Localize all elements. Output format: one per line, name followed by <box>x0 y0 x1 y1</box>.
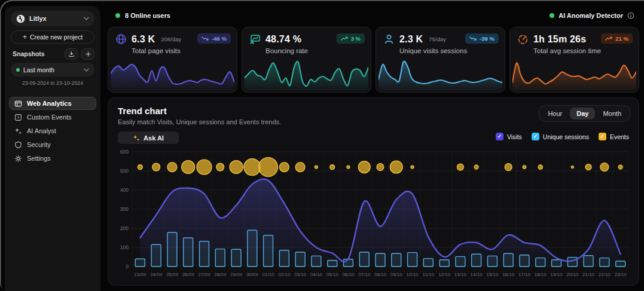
card-rate: 208/day <box>161 36 181 42</box>
trend-chart-subtitle: Easily match Visits, Unique sessions and… <box>118 118 281 125</box>
svg-text:30/09: 30/09 <box>246 272 259 277</box>
event-bubble <box>230 161 243 174</box>
svg-text:400: 400 <box>120 187 129 193</box>
gear-icon <box>14 155 22 163</box>
svg-text:11/10: 11/10 <box>423 272 435 277</box>
snapshot-status-dot <box>16 68 20 72</box>
sidebar-item-security[interactable]: Security <box>9 138 96 151</box>
svg-text:23/10: 23/10 <box>615 272 627 277</box>
sidebar-item-custom-events[interactable]: Custom Events <box>9 111 96 124</box>
card-label: Total page visits <box>132 47 181 54</box>
sidebar-item-label: Security <box>27 141 51 148</box>
event-bubble <box>167 163 177 172</box>
create-new-project-button[interactable]: + Create new project <box>11 30 94 44</box>
event-bubble <box>474 165 478 169</box>
download-snapshot-button[interactable] <box>65 48 78 60</box>
svg-text:07/10: 07/10 <box>358 272 371 277</box>
trend-badge: 3 % <box>337 33 365 44</box>
card-sparkline <box>111 59 234 90</box>
online-status-dot <box>115 13 120 18</box>
ask-ai-button[interactable]: Ask AI <box>118 131 179 144</box>
svg-text:300: 300 <box>120 206 129 212</box>
sidebar-nav: Web AnalyticsCustom EventsAI AnalystSecu… <box>9 97 96 165</box>
legend-item-visits[interactable]: ✓Visits <box>496 133 522 140</box>
sidebar-item-ai-analyst[interactable]: AI Analyst <box>9 124 96 137</box>
card-label: Unique visits sessions <box>399 47 467 54</box>
snapshot-date-range: 23-09-2024 to 23-10-2024 <box>5 80 100 86</box>
svg-text:26/09: 26/09 <box>182 272 195 277</box>
badge-value: 21 % <box>615 35 628 42</box>
svg-text:20/10: 20/10 <box>566 272 579 277</box>
card-sparkline <box>245 59 368 90</box>
tab-month[interactable]: Month <box>596 108 628 120</box>
svg-text:27/09: 27/09 <box>198 272 210 277</box>
chart-legend: ✓Visits✓Unique sessions✓Events <box>496 133 629 140</box>
legend-item-unique-sessions[interactable]: ✓Unique sessions <box>532 133 589 140</box>
bounce-icon <box>249 33 261 45</box>
project-name: Litlyx <box>29 15 47 22</box>
globe-icon <box>115 33 127 45</box>
svg-text:04/10: 04/10 <box>310 272 323 277</box>
plus-icon <box>85 51 91 57</box>
trend-badge: 21 % <box>601 33 633 44</box>
stat-card-total-page-visits: 6.3 K 208/day -46 % Total page visits <box>108 27 237 93</box>
sidebar-item-web-analytics[interactable]: Web Analytics <box>9 97 96 110</box>
event-bubble <box>182 161 195 174</box>
event-bubble <box>358 161 370 173</box>
event-bubble <box>411 166 414 169</box>
checkbox-checked-icon[interactable]: ✓ <box>496 133 503 140</box>
svg-text:16/10: 16/10 <box>502 272 515 277</box>
ai-sparkles-icon <box>14 127 22 135</box>
legend-item-events[interactable]: ✓Events <box>599 133 629 140</box>
add-snapshot-button[interactable] <box>81 48 94 60</box>
event-bubble <box>152 163 160 171</box>
svg-text:10/10: 10/10 <box>407 272 419 277</box>
svg-text:200: 200 <box>120 225 129 231</box>
trend-chart[interactable]: 0100200300400500600 23/0924/0925/0926/09… <box>117 149 630 282</box>
event-bubble <box>618 165 622 169</box>
svg-text:19/10: 19/10 <box>551 272 563 277</box>
event-bubble <box>216 163 224 171</box>
checkbox-checked-icon[interactable]: ✓ <box>532 133 539 140</box>
info-icon[interactable] <box>627 12 634 19</box>
sidebar-item-settings[interactable]: Settings <box>9 152 96 165</box>
svg-text:14/10: 14/10 <box>471 272 483 277</box>
svg-text:25/09: 25/09 <box>166 272 179 277</box>
anomaly-status-dot <box>550 13 554 18</box>
ask-ai-label: Ask AI <box>144 134 164 142</box>
legend-label: Unique sessions <box>543 133 589 140</box>
svg-text:01/10: 01/10 <box>263 272 275 277</box>
checkbox-checked-icon[interactable]: ✓ <box>599 133 606 140</box>
online-users-indicator: 8 Online users <box>115 12 170 19</box>
event-bubble <box>505 164 512 171</box>
litlyx-logo-icon <box>16 14 25 23</box>
snapshot-select[interactable]: Last month <box>11 63 94 76</box>
chevron-down-icon <box>84 68 89 72</box>
tab-day[interactable]: Day <box>570 108 595 120</box>
svg-text:500: 500 <box>120 168 129 174</box>
svg-text:08/10: 08/10 <box>374 272 387 277</box>
badge-value: 3 % <box>351 35 361 42</box>
event-bubble <box>457 164 463 170</box>
snapshots-label: Snapshots <box>13 50 45 57</box>
app-window: Litlyx + Create new project Snapshots <box>0 0 644 291</box>
event-bubble <box>244 159 261 176</box>
stat-card-bouncing-rate: 48.74 % 3 % Bouncing rate <box>242 27 371 93</box>
card-sparkline <box>379 59 502 90</box>
card-head: 6.3 K 208/day <box>115 33 193 45</box>
trend-down-icon <box>469 36 477 41</box>
card-head: 2.3 K 75/day <box>383 33 460 45</box>
card-head: 1h 15m 26s <box>517 33 594 45</box>
tab-hour[interactable]: Hour <box>541 108 569 120</box>
svg-text:12/10: 12/10 <box>438 272 451 277</box>
range-tabs: HourDayMonth <box>539 105 630 122</box>
trend-chart-title: Trend chart <box>118 106 167 116</box>
svg-text:24/09: 24/09 <box>150 272 163 277</box>
ai-anomaly-detector: AI Anomaly Detector <box>550 12 634 19</box>
event-bubble <box>523 166 526 169</box>
trend-chart-panel: Trend chart Easily match Visits, Unique … <box>108 97 639 286</box>
event-bubble <box>585 164 591 170</box>
stat-card-unique-visits-sessions: 2.3 K 75/day -39 % Unique visits session… <box>376 27 505 93</box>
card-sparkline <box>512 59 636 90</box>
project-selector[interactable]: Litlyx <box>11 11 94 26</box>
